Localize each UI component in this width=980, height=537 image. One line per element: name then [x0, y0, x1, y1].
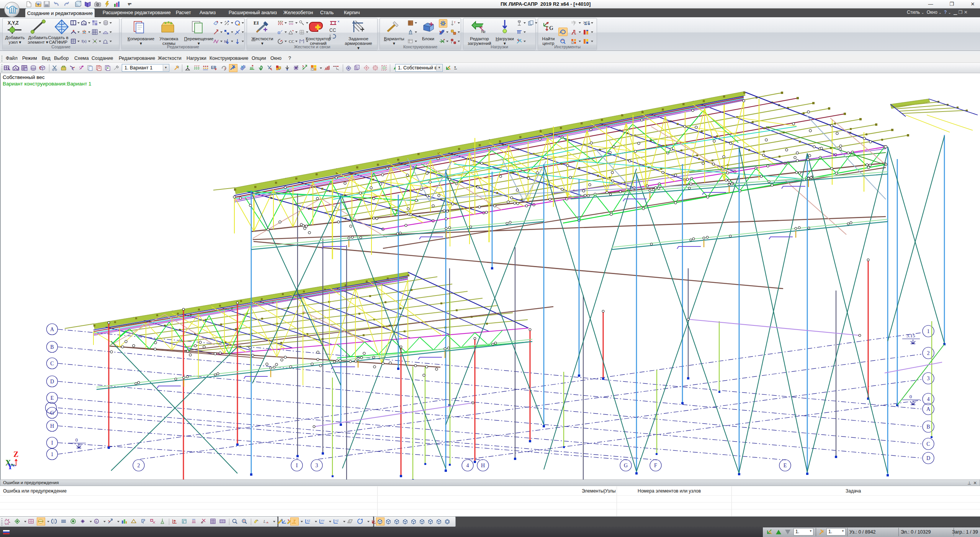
svg-text:B: B: [50, 344, 54, 350]
svg-text:Т: Т: [454, 21, 456, 24]
svg-text:D: D: [926, 455, 930, 461]
svg-text:I: I: [296, 463, 298, 468]
svg-text:Собственный вес: Собственный вес: [3, 74, 45, 80]
svg-text:0: 0: [75, 437, 78, 443]
svg-text:Y: Y: [7, 462, 13, 471]
svg-text:H: H: [481, 463, 485, 468]
svg-text:#: #: [349, 520, 350, 523]
svg-text:XY: XY: [321, 519, 325, 522]
svg-text:4: 4: [927, 396, 930, 402]
svg-text:2: 2: [927, 350, 930, 356]
svg-text:№: №: [481, 29, 486, 34]
svg-text:EI: EI: [254, 20, 259, 26]
svg-text:3: 3: [316, 463, 318, 468]
svg-text:C: C: [926, 441, 930, 447]
svg-text:X,Y,Z: X,Y,Z: [8, 20, 19, 26]
svg-text:C: C: [50, 361, 54, 366]
svg-text:E: E: [51, 395, 54, 401]
svg-text:Σ: Σ: [584, 20, 587, 26]
svg-text:B: B: [926, 424, 930, 430]
svg-text:C: C: [572, 41, 574, 44]
svg-text:C: C: [311, 68, 313, 71]
svg-text:F: F: [654, 463, 657, 468]
svg-text:3.15: 3.15: [906, 333, 915, 338]
svg-text:E: E: [784, 463, 787, 468]
svg-text:?: ?: [224, 67, 226, 71]
svg-text:I: I: [51, 440, 53, 446]
svg-text:f(x): f(x): [82, 39, 87, 43]
svg-text:YZ: YZ: [335, 519, 339, 522]
svg-text:G: G: [624, 463, 628, 468]
svg-text:1: 1: [51, 452, 54, 457]
svg-text:Т: Т: [297, 65, 299, 68]
svg-text:0: 0: [910, 394, 912, 399]
svg-text:D: D: [50, 379, 54, 384]
svg-text:XZ: XZ: [307, 519, 311, 522]
svg-text:4: 4: [466, 463, 469, 468]
svg-text:3: 3: [927, 376, 930, 381]
svg-text:H: H: [50, 423, 54, 429]
svg-text:1: 1: [927, 328, 930, 334]
svg-text:Вариант конструирования:Вариан: Вариант конструирования:Вариант 1: [3, 81, 92, 87]
svg-text:2: 2: [137, 463, 140, 468]
svg-text:G: G: [549, 25, 553, 31]
svg-text:D: D: [356, 66, 358, 69]
svg-text:Б: Б: [95, 520, 97, 523]
svg-text:CC: CC: [289, 39, 294, 44]
svg-text:A: A: [926, 406, 931, 412]
svg-text:L: L: [263, 519, 266, 524]
svg-text:f: f: [451, 41, 452, 44]
svg-text:A: A: [50, 327, 54, 332]
svg-text:Z: Z: [13, 450, 18, 458]
